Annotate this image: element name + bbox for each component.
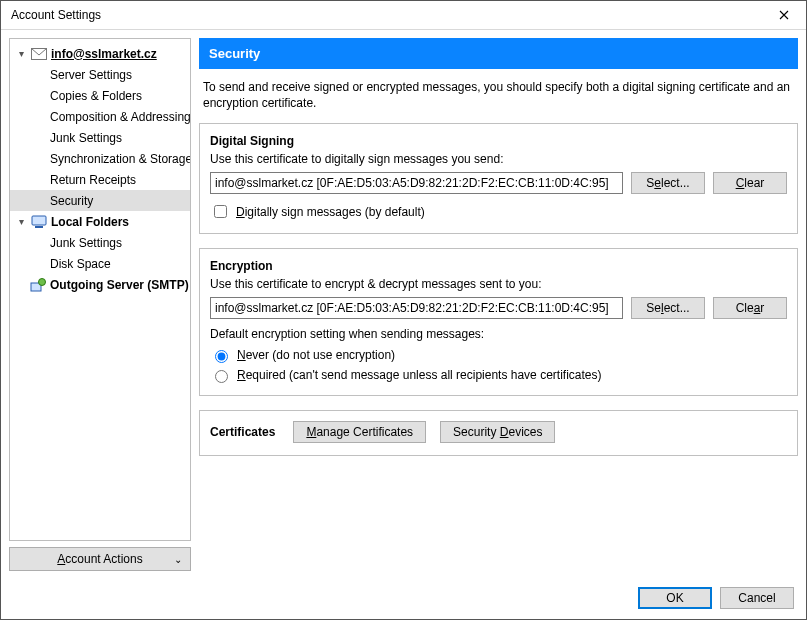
tree-item-smtp[interactable]: Outgoing Server (SMTP) (10, 274, 190, 295)
signing-desc: Use this certificate to digitally sign m… (210, 152, 787, 166)
svg-rect-2 (35, 226, 43, 228)
body: ▾ info@sslmarket.cz Server Settings Copi… (1, 30, 806, 579)
window-title: Account Settings (11, 8, 761, 22)
account-settings-window: Account Settings ▾ info@sslmarket.cz Ser… (0, 0, 807, 620)
tree-item-copies-folders[interactable]: Copies & Folders (10, 85, 190, 106)
encryption-title: Encryption (210, 259, 787, 273)
tree-item-security[interactable]: Security (10, 190, 190, 211)
close-button[interactable] (761, 1, 806, 30)
account-email-label: info@sslmarket.cz (51, 47, 157, 61)
encryption-required-row[interactable]: Required (can't send message unless all … (210, 367, 787, 383)
tree-item-server-settings[interactable]: Server Settings (10, 64, 190, 85)
encryption-cert-input[interactable] (210, 297, 623, 319)
titlebar: Account Settings (1, 1, 806, 30)
smtp-label: Outgoing Server (SMTP) (50, 278, 189, 292)
mail-account-icon (31, 46, 47, 62)
digitally-sign-checkbox-row[interactable]: Digitally sign messages (by default) (210, 202, 787, 221)
account-tree[interactable]: ▾ info@sslmarket.cz Server Settings Copi… (9, 38, 191, 541)
panel-header: Security (199, 38, 798, 69)
panel-title: Security (209, 46, 260, 61)
chevron-down-icon: ⌄ (174, 554, 182, 565)
outgoing-server-icon (30, 277, 46, 293)
tree-local-folders-root[interactable]: ▾ Local Folders (10, 211, 190, 232)
encryption-required-label: Required (can't send message unless all … (237, 368, 601, 382)
close-icon (779, 10, 789, 20)
tree-item-sync-storage[interactable]: Synchronization & Storage (10, 148, 190, 169)
tree-item-junk[interactable]: Junk Settings (10, 127, 190, 148)
ok-button[interactable]: OK (638, 587, 712, 609)
encryption-select-button[interactable]: Select... (631, 297, 705, 319)
local-folders-label: Local Folders (51, 215, 129, 229)
encryption-never-radio[interactable] (215, 350, 228, 363)
svg-point-4 (39, 278, 46, 285)
tree-item-local-junk[interactable]: Junk Settings (10, 232, 190, 253)
chevron-down-icon[interactable]: ▾ (16, 216, 27, 227)
tree-item-return-receipts[interactable]: Return Receipts (10, 169, 190, 190)
default-encryption-label: Default encryption setting when sending … (210, 327, 787, 341)
digitally-sign-label: Digitally sign messages (by default) (236, 205, 425, 219)
encryption-never-row[interactable]: Never (do not use encryption) (210, 347, 787, 363)
main-panel: Security To send and receive signed or e… (199, 38, 798, 571)
tree-account-root[interactable]: ▾ info@sslmarket.cz (10, 43, 190, 64)
encryption-group: Encryption Use this certificate to encry… (199, 248, 798, 396)
sidebar: ▾ info@sslmarket.cz Server Settings Copi… (9, 38, 191, 571)
certificates-label: Certificates (210, 425, 275, 439)
encryption-required-radio[interactable] (215, 370, 228, 383)
tree-item-disk-space[interactable]: Disk Space (10, 253, 190, 274)
encryption-clear-button[interactable]: Clear (713, 297, 787, 319)
cancel-button[interactable]: Cancel (720, 587, 794, 609)
encryption-never-label: Never (do not use encryption) (237, 348, 395, 362)
chevron-down-icon[interactable]: ▾ (16, 48, 27, 59)
local-folders-icon (31, 214, 47, 230)
tree-item-composition[interactable]: Composition & Addressing (10, 106, 190, 127)
signing-title: Digital Signing (210, 134, 787, 148)
signing-cert-input[interactable] (210, 172, 623, 194)
digitally-sign-checkbox[interactable] (214, 205, 227, 218)
account-actions-label: ccount Actions (65, 552, 142, 566)
intro-text: To send and receive signed or encrypted … (199, 69, 798, 123)
dialog-footer: OK Cancel (1, 579, 806, 619)
digital-signing-group: Digital Signing Use this certificate to … (199, 123, 798, 234)
signing-clear-button[interactable]: Clear (713, 172, 787, 194)
security-devices-button[interactable]: Security Devices (440, 421, 555, 443)
encryption-desc: Use this certificate to encrypt & decryp… (210, 277, 787, 291)
account-actions-button[interactable]: Account Actions ⌄ (9, 547, 191, 571)
svg-rect-1 (32, 216, 46, 225)
signing-select-button[interactable]: Select... (631, 172, 705, 194)
certificates-group: Certificates Manage Certificates Securit… (199, 410, 798, 456)
manage-certificates-button[interactable]: Manage Certificates (293, 421, 426, 443)
